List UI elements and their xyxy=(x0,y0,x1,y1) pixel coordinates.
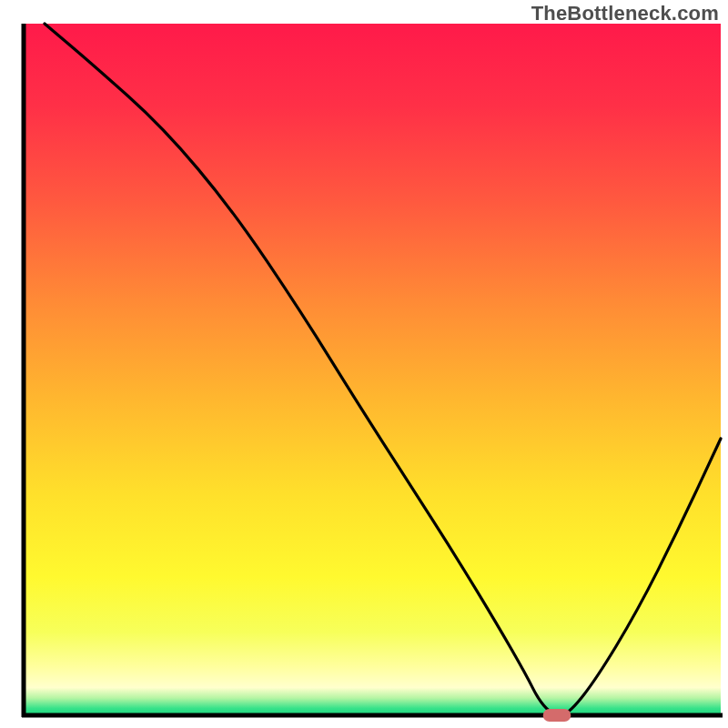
bottleneck-chart xyxy=(0,0,728,728)
optimal-marker xyxy=(543,709,571,722)
watermark-text: TheBottleneck.com xyxy=(531,2,719,25)
chart-container: TheBottleneck.com xyxy=(0,0,728,728)
gradient-background xyxy=(24,24,721,715)
